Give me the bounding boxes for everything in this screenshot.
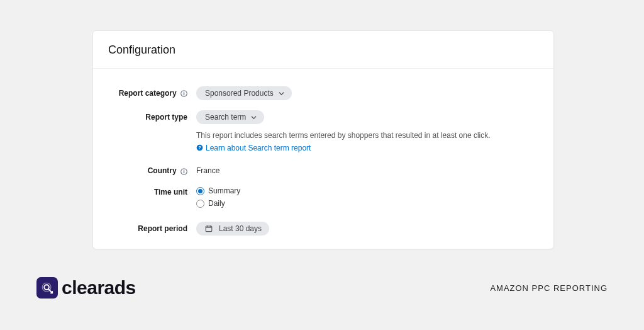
label-report-category: Report category [108, 86, 196, 98]
calendar-icon [205, 225, 213, 232]
label-country: Country [108, 164, 196, 175]
row-country: Country France [108, 164, 538, 175]
label-text: Time unit [154, 188, 187, 196]
report-period-picker[interactable]: Last 30 days [196, 222, 269, 236]
learn-about-link[interactable]: ? Learn about Search term report [196, 144, 311, 152]
brand-logo: clearads [36, 277, 136, 299]
row-time-unit: Time unit Summary Daily [108, 185, 538, 212]
configuration-form: Report category Sponsored Products Repor… [93, 69, 553, 252]
row-report-category: Report category Sponsored Products [108, 86, 538, 100]
svg-point-6 [184, 169, 185, 171]
link-text: Learn about Search term report [206, 144, 311, 152]
label-report-period: Report period [108, 222, 196, 233]
label-time-unit: Time unit [108, 185, 196, 196]
svg-point-1 [184, 92, 185, 93]
radio-summary[interactable]: Summary [196, 186, 538, 195]
chevron-down-icon [279, 91, 284, 96]
field-report-period: Last 30 days [196, 222, 538, 236]
field-report-category: Sponsored Products [196, 86, 538, 100]
configuration-card: Configuration Report category Sponsored … [92, 30, 554, 249]
card-title: Configuration [108, 43, 538, 57]
radio-daily[interactable]: Daily [196, 199, 538, 208]
label-text: Report category [119, 89, 177, 98]
country-value: France [196, 164, 538, 175]
chevron-down-icon [251, 115, 257, 120]
dropdown-value: Search term [205, 113, 246, 121]
row-report-period: Report period Last 30 days [108, 222, 538, 236]
field-report-type: Search term This report includes search … [196, 110, 538, 154]
radio-indicator [196, 187, 204, 195]
question-icon: ? [196, 144, 203, 151]
info-icon[interactable] [180, 168, 187, 175]
dropdown-value: Sponsored Products [205, 89, 274, 97]
label-report-type: Report type [108, 110, 196, 122]
svg-rect-2 [184, 93, 184, 96]
report-category-dropdown[interactable]: Sponsored Products [196, 86, 292, 100]
brand-name: clearads [62, 277, 136, 299]
label-text: Report period [138, 224, 187, 233]
footer: clearads AMAZON PPC REPORTING [36, 277, 608, 299]
radio-indicator [196, 200, 204, 208]
info-icon[interactable] [180, 90, 187, 97]
radio-label: Daily [208, 199, 225, 208]
card-header: Configuration [93, 31, 553, 69]
footer-tagline: AMAZON PPC REPORTING [490, 283, 608, 293]
field-time-unit: Summary Daily [196, 185, 538, 212]
report-type-dropdown[interactable]: Search term [196, 110, 264, 124]
svg-rect-8 [206, 226, 212, 232]
picker-value: Last 30 days [219, 225, 262, 232]
report-type-description: This report includes search terms entere… [196, 130, 538, 141]
label-text: Report type [145, 113, 187, 122]
logo-mark-icon [36, 277, 58, 299]
radio-label: Summary [208, 186, 240, 195]
field-country: France [196, 164, 538, 175]
row-report-type: Report type Search term This report incl… [108, 110, 538, 154]
svg-text:?: ? [198, 145, 201, 151]
label-text: Country [148, 166, 177, 175]
svg-rect-7 [184, 171, 184, 173]
